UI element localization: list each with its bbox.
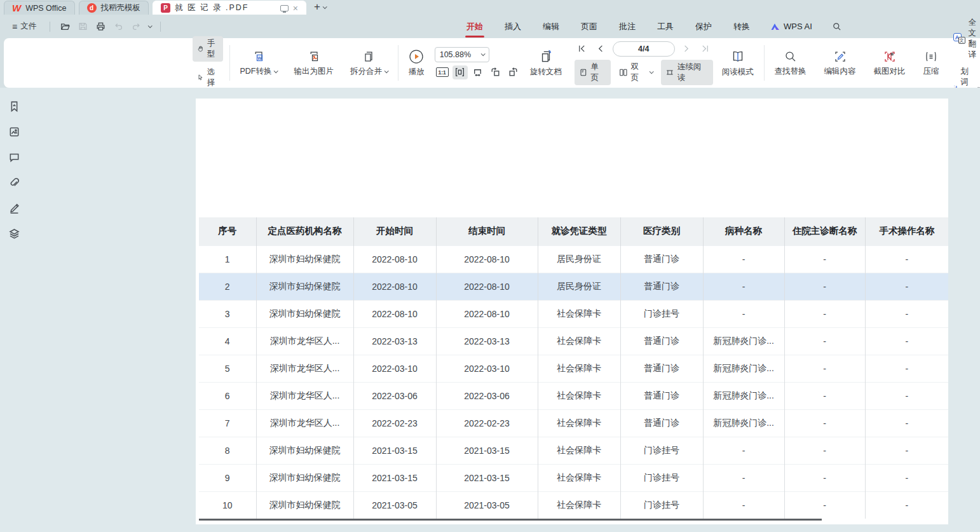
quickbar-chevron-icon[interactable]	[148, 24, 153, 28]
thumbnails-panel-icon[interactable]	[8, 126, 20, 138]
double-page-button[interactable]: 双页	[615, 60, 657, 85]
undo-icon[interactable]	[112, 21, 124, 32]
table-cell: 普通门诊	[620, 327, 703, 355]
table-cell: 新冠肺炎门诊...	[703, 327, 784, 355]
table-cell: -	[865, 409, 948, 437]
page-number-input[interactable]: 4/4	[613, 41, 675, 57]
full-translate-icon: A文	[953, 33, 965, 44]
bookmarks-panel-icon[interactable]	[8, 100, 20, 113]
left-panel-bar	[0, 88, 28, 532]
full-translate-button[interactable]: A文 全文翻译	[953, 17, 980, 60]
split-merge-icon	[362, 50, 376, 64]
table-cell: 普通门诊	[620, 382, 703, 409]
read-mode-label: 阅读模式	[722, 67, 754, 78]
hand-tool-button[interactable]: 手型	[193, 36, 223, 62]
table-row: 8深圳市妇幼保健院2021-03-152021-03-15社会保障卡门诊挂号--…	[199, 437, 948, 464]
table-cell: 深圳市龙华区人...	[256, 382, 353, 409]
table-row: 4深圳市龙华区人...2022-03-132022-03-13社会保障卡普通门诊…	[199, 327, 948, 355]
redo-icon[interactable]	[130, 21, 142, 32]
next-page-button[interactable]	[679, 42, 694, 56]
edit-content-button[interactable]: 编辑内容	[820, 48, 860, 78]
print-icon[interactable]	[95, 21, 106, 32]
file-menu-button[interactable]: ≡ 文件	[8, 19, 41, 34]
table-cell: -	[784, 300, 865, 327]
signature-panel-icon[interactable]	[8, 202, 20, 214]
play-icon	[409, 49, 424, 64]
table-cell: 深圳市妇幼保健院	[256, 245, 353, 273]
table-cell: -	[703, 437, 784, 464]
pdf-convert-button[interactable]: W PDF转换	[236, 48, 281, 78]
open-file-icon[interactable]	[59, 21, 71, 32]
find-replace-label: 查找替换	[775, 66, 806, 77]
read-mode-button[interactable]: 阅读模式	[718, 48, 758, 79]
menu-tab-page[interactable]: 页面	[580, 15, 599, 38]
table-cell: 2022-08-10	[353, 300, 436, 327]
table-cell: 社会保障卡	[538, 355, 620, 382]
table-cell: 新冠肺炎门诊...	[703, 355, 784, 382]
first-page-button[interactable]	[575, 42, 590, 56]
edit-content-icon	[833, 50, 847, 64]
table-cell: 门诊挂号	[620, 464, 703, 491]
zoom-level-select[interactable]: 105.88%	[435, 47, 489, 62]
fit-width-button[interactable]	[470, 65, 486, 79]
save-icon[interactable]	[77, 21, 88, 32]
full-translate-label: 全文翻译	[969, 17, 980, 60]
fit-window-button[interactable]	[453, 65, 468, 79]
table-cell: -	[703, 273, 784, 300]
screenshot-compare-button[interactable]: 截图对比	[870, 48, 909, 78]
table-cell: -	[784, 355, 865, 382]
last-page-button[interactable]	[698, 42, 713, 56]
menu-tab-home[interactable]: 开始	[465, 15, 484, 38]
layers-panel-icon[interactable]	[8, 228, 20, 240]
menu-tab-insert[interactable]: 插入	[503, 15, 522, 38]
table-cell: 社会保障卡	[538, 437, 620, 464]
find-replace-button[interactable]: 查找替换	[771, 48, 810, 78]
tab-template-store[interactable]: d 找稻壳模板	[79, 1, 149, 15]
rotate-right-button[interactable]	[506, 65, 521, 79]
fit-window-icon	[454, 67, 465, 78]
table-cell: 2021-03-05	[436, 491, 538, 519]
tab-list-chevron-icon[interactable]	[323, 4, 327, 9]
rotate-left-button[interactable]	[488, 65, 503, 79]
new-tab-button[interactable]: +	[314, 1, 320, 13]
export-image-label: 输出为图片	[294, 66, 334, 77]
tab-document[interactable]: P 就 医 记 录 .PDF ×	[153, 1, 306, 15]
table-cell: 2021-03-15	[353, 437, 436, 464]
template-store-icon: d	[87, 3, 97, 13]
attachments-panel-icon[interactable]	[8, 177, 20, 189]
compress-button[interactable]: 压缩	[920, 48, 943, 78]
select-tool-button[interactable]: 选择	[193, 65, 223, 90]
menu-tab-tools[interactable]: 工具	[656, 15, 675, 38]
table-row: 7深圳市龙华区人...2022-02-232022-02-23社会保障卡普通门诊…	[199, 409, 948, 437]
continuous-reading-button[interactable]: 连续阅读	[661, 60, 713, 85]
menu-tab-protect[interactable]: 保护	[694, 15, 713, 38]
vertical-scrollbar[interactable]	[976, 88, 980, 532]
actual-size-button[interactable]: 1:1	[435, 65, 450, 79]
table-cell: 新冠肺炎门诊...	[703, 382, 784, 409]
export-image-button[interactable]: 输出为图片	[290, 48, 337, 78]
menu-tab-convert[interactable]: 转换	[732, 15, 751, 38]
pdf-page[interactable]: 序号定点医药机构名称开始时间结束时间就诊凭证类型医疗类别病种名称住院主诊断名称手…	[196, 99, 948, 524]
rotate-document-button[interactable]: 旋转文档	[526, 48, 566, 79]
tab-document-label: 就 医 记 录 .PDF	[175, 3, 248, 13]
hand-tool-label: 手型	[207, 38, 219, 60]
table-cell: 深圳市妇幼保健院	[256, 300, 353, 327]
table-cell: -	[865, 382, 948, 409]
table-cell: 2022-03-13	[436, 327, 538, 355]
prev-page-button[interactable]	[594, 42, 609, 56]
wps-logo-icon: W	[12, 3, 21, 13]
continuous-reading-icon	[665, 68, 674, 77]
menu-tab-edit[interactable]: 编辑	[541, 15, 561, 38]
play-button[interactable]: 播放	[405, 48, 428, 79]
present-monitor-icon[interactable]	[280, 5, 289, 11]
close-tab-icon[interactable]: ×	[293, 4, 298, 13]
split-merge-button[interactable]: 拆分合并	[346, 48, 391, 78]
tab-wps-office[interactable]: W WPS Office	[4, 1, 75, 15]
single-page-button[interactable]: 单页	[575, 60, 611, 85]
last-page-icon	[700, 44, 710, 53]
table-cell: -	[784, 382, 865, 409]
select-tool-label: 选择	[207, 67, 219, 88]
comments-panel-icon[interactable]	[8, 151, 20, 163]
menu-tab-comment[interactable]: 批注	[618, 15, 637, 38]
table-cell: 2021-03-15	[353, 464, 436, 491]
